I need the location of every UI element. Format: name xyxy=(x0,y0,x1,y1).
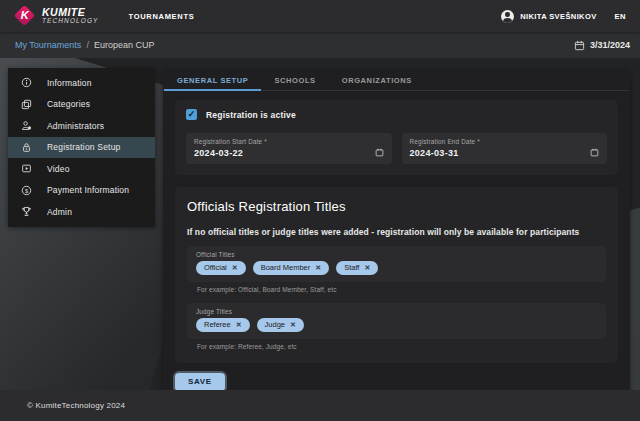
calendar-icon xyxy=(574,40,585,51)
officials-section-title: Officials Registration Titles xyxy=(187,199,606,214)
start-date-value: 2024-03-22 xyxy=(194,148,384,158)
language-selector[interactable]: EN xyxy=(615,12,626,21)
svg-text:$: $ xyxy=(25,187,29,193)
breadcrumb-my-tournaments[interactable]: My Tournaments xyxy=(15,40,81,50)
chip-close-icon[interactable]: ✕ xyxy=(364,264,370,271)
official-titles-input[interactable]: Official Titles Official ✕ Board Member … xyxy=(187,246,606,282)
chip-referee[interactable]: Referee ✕ xyxy=(196,318,250,332)
chip-close-icon[interactable]: ✕ xyxy=(232,264,238,271)
content-panel: GENERAL SETUP SCHOOLS ORGANIZATIONS ✓ Re… xyxy=(163,70,630,390)
sidebar: Information Categories Administrators Re… xyxy=(8,68,155,227)
sidebar-item-registration-setup[interactable]: Registration Setup xyxy=(8,137,155,159)
official-titles-helper: For example: Official, Board Member, Sta… xyxy=(197,286,606,293)
trophy-icon xyxy=(21,206,32,217)
top-app-bar: K KUMITE TECHNOLOGY TOURNAMENTS NIKITA S… xyxy=(0,0,640,32)
judge-titles-helper: For example: Referee, Judge, etc xyxy=(197,343,606,350)
chip-staff[interactable]: Staff ✕ xyxy=(336,261,378,275)
chip-close-icon[interactable]: ✕ xyxy=(236,321,242,328)
end-date-calendar-icon[interactable] xyxy=(590,148,599,157)
breadcrumb-separator: / xyxy=(86,40,89,50)
chip-close-icon[interactable]: ✕ xyxy=(290,321,296,328)
end-date-label: Registration End Date * xyxy=(410,138,600,145)
judge-titles-label: Judge Titles xyxy=(196,308,597,315)
breadcrumb-current: European CUP xyxy=(94,40,155,50)
official-titles-label: Official Titles xyxy=(196,251,597,258)
registration-end-date-field[interactable]: Registration End Date * 2024-03-31 xyxy=(402,133,608,164)
chip-board-member[interactable]: Board Member ✕ xyxy=(253,261,329,275)
administrators-icon xyxy=(21,120,32,131)
tab-organizations[interactable]: ORGANIZATIONS xyxy=(329,70,425,90)
judge-titles-input[interactable]: Judge Titles Referee ✕ Judge ✕ xyxy=(187,303,606,339)
tournament-date-picker[interactable]: 3/31/2024 xyxy=(574,40,630,51)
registration-active-label: Registration is active xyxy=(206,110,296,120)
sidebar-item-categories[interactable]: Categories xyxy=(8,94,155,116)
logo-sub-text: TECHNOLOGY xyxy=(42,18,99,25)
kumite-logo-icon: K xyxy=(14,5,35,26)
end-date-value: 2024-03-31 xyxy=(410,148,600,158)
sidebar-item-information[interactable]: Information xyxy=(8,72,155,94)
main-area: Information Categories Administrators Re… xyxy=(0,58,640,390)
payment-icon: $ xyxy=(21,185,32,196)
registration-dates-card: ✓ Registration is active Registration St… xyxy=(175,100,618,175)
chip-official[interactable]: Official ✕ xyxy=(196,261,246,275)
info-icon xyxy=(21,77,32,88)
start-date-calendar-icon[interactable] xyxy=(375,148,384,157)
breadcrumb-bar: My Tournaments / European CUP 3/31/2024 xyxy=(0,32,640,58)
sidebar-item-payment-information[interactable]: $ Payment Information xyxy=(8,180,155,202)
checkbox-checked-icon: ✓ xyxy=(188,110,196,119)
logo-letter: K xyxy=(21,10,29,21)
tournament-date: 3/31/2024 xyxy=(590,40,630,50)
copyright-text: © KumiteTechnology 2024 xyxy=(27,401,125,410)
user-menu[interactable]: NIKITA SVEŠNIKOV xyxy=(520,12,596,21)
video-icon xyxy=(21,163,32,174)
tab-bar: GENERAL SETUP SCHOOLS ORGANIZATIONS xyxy=(163,70,630,91)
kumite-logo[interactable]: K KUMITE TECHNOLOGY xyxy=(14,7,99,25)
lock-icon xyxy=(21,142,32,153)
categories-icon xyxy=(21,99,32,110)
sidebar-item-administrators[interactable]: Administrators xyxy=(8,115,155,137)
registration-active-checkbox[interactable]: ✓ xyxy=(186,109,197,120)
officials-section-note: If no official titles or judge titles we… xyxy=(187,227,606,237)
sidebar-item-admin[interactable]: Admin xyxy=(8,201,155,223)
officials-titles-card: Officials Registration Titles If no offi… xyxy=(175,187,618,363)
start-date-label: Registration Start Date * xyxy=(194,138,384,145)
chip-close-icon[interactable]: ✕ xyxy=(315,264,321,271)
chip-judge[interactable]: Judge ✕ xyxy=(257,318,304,332)
registration-start-date-field[interactable]: Registration Start Date * 2024-03-22 xyxy=(186,133,392,164)
sidebar-item-video[interactable]: Video xyxy=(8,158,155,180)
tab-general-setup[interactable]: GENERAL SETUP xyxy=(164,70,261,90)
tab-schools[interactable]: SCHOOLS xyxy=(261,70,328,90)
user-avatar-icon[interactable] xyxy=(501,10,514,23)
save-button[interactable]: SAVE xyxy=(175,373,225,391)
registration-active-row[interactable]: ✓ Registration is active xyxy=(186,109,607,120)
footer: © KumiteTechnology 2024 xyxy=(0,390,640,421)
nav-tournaments[interactable]: TOURNAMENTS xyxy=(129,12,195,21)
